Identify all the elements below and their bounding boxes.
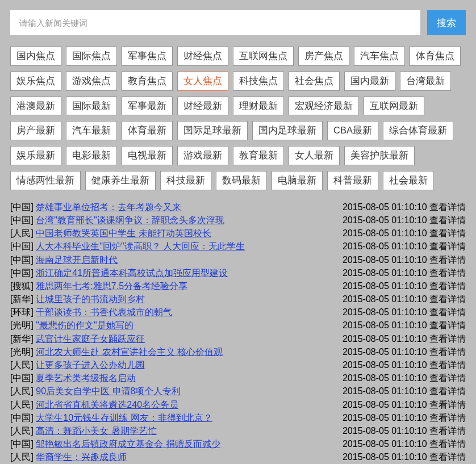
category-tag[interactable]: 国际焦点 [66, 47, 117, 66]
news-title-link[interactable]: 雅思两年七考:雅思7.5分备考经验分享 [36, 281, 187, 291]
category-tag[interactable]: 美容护肤最新 [344, 146, 415, 165]
category-tag[interactable]: 台湾最新 [400, 72, 451, 91]
category-tag[interactable]: 科普最新 [327, 171, 378, 190]
news-detail-link[interactable]: 查看详情 [429, 294, 466, 304]
news-title-link[interactable]: 海南足球开启新时代 [36, 255, 118, 265]
news-title-link[interactable]: 让更多孩子进入公办幼儿园 [36, 360, 145, 370]
category-tag[interactable]: 国际最新 [66, 97, 117, 116]
category-tag[interactable]: 电视最新 [122, 146, 173, 165]
category-tag[interactable]: 体育最新 [122, 121, 173, 140]
news-title-link[interactable]: 大学生10元钱生存训练 网友：非得到北京？ [36, 413, 212, 423]
news-detail-link[interactable]: 查看详情 [429, 413, 466, 423]
category-tag[interactable]: 教育焦点 [122, 72, 173, 91]
news-detail-link[interactable]: 查看详情 [429, 281, 466, 291]
news-title-link[interactable]: 邹艳敏出名后镇政府成立基金会 捐赠反而减少 [36, 439, 220, 449]
news-title-link[interactable]: 河北农大师生赴 农村宣讲社会主义 核心价值观 [36, 347, 223, 357]
news-row: [人民] 河北省省直机关将遴选240名公务员2015-08-05 01:10:1… [10, 398, 466, 411]
news-detail-link[interactable]: 查看详情 [429, 255, 466, 265]
category-tag[interactable]: 科技焦点 [233, 72, 284, 91]
news-title-link[interactable]: 高清：舞蹈小美女 暑期学艺忙 [36, 426, 156, 436]
category-tag[interactable]: 女人焦点 [177, 72, 228, 91]
news-row: [中国] 海南足球开启新时代2015-08-05 01:10:10 查看详情 [10, 253, 466, 266]
category-tag[interactable]: 互联网焦点 [233, 47, 294, 66]
category-tag[interactable]: 国内足球最新 [252, 121, 323, 140]
category-tag[interactable]: 体育焦点 [410, 47, 461, 66]
news-detail-link[interactable]: 查看详情 [429, 373, 466, 383]
news-detail-link[interactable]: 查看详情 [429, 268, 466, 278]
category-tag[interactable]: 娱乐最新 [10, 146, 61, 165]
category-tag[interactable]: 港澳最新 [10, 97, 61, 116]
category-tag[interactable]: 国内焦点 [10, 47, 61, 66]
news-detail-link[interactable]: 查看详情 [429, 360, 466, 370]
news-detail-link[interactable]: 查看详情 [429, 320, 466, 330]
category-tag[interactable]: 情感两性最新 [10, 171, 81, 190]
category-tag[interactable]: 综合体育最新 [383, 121, 453, 140]
news-row: [中国] 楚雄事业单位招考：去年考题今又来2015-08-05 01:10:10… [10, 200, 466, 214]
news-detail-link[interactable]: 查看详情 [429, 307, 466, 317]
news-title-link[interactable]: "最悲伤的作文"是她写的 [36, 320, 133, 330]
news-timestamp: 2015-08-05 01:10:10 [343, 347, 427, 357]
category-tag[interactable]: CBA最新 [327, 121, 378, 140]
category-tag[interactable]: 科技最新 [160, 171, 211, 190]
category-tag[interactable]: 财经焦点 [177, 47, 228, 66]
news-detail-link[interactable]: 查看详情 [429, 347, 466, 357]
news-right: 2015-08-05 01:10:10 查看详情 [338, 292, 466, 306]
news-detail-link[interactable]: 查看详情 [429, 202, 466, 212]
category-tag[interactable]: 军事焦点 [122, 47, 173, 66]
category-tag[interactable]: 房产最新 [10, 121, 61, 140]
category-tag[interactable]: 女人最新 [289, 146, 340, 165]
news-title-link[interactable]: 夏季艺术类考级报名启动 [36, 373, 136, 383]
category-tag[interactable]: 国内最新 [344, 72, 395, 91]
news-detail-link[interactable]: 查看详情 [429, 215, 466, 225]
news-detail-link[interactable]: 查看详情 [429, 228, 466, 238]
category-tag[interactable]: 汽车焦点 [354, 47, 405, 66]
news-title-link[interactable]: 人大本科毕业生"回炉"读高职？ 人大回应：无此学生 [36, 241, 245, 251]
news-detail-link[interactable]: 查看详情 [429, 334, 466, 344]
category-tag[interactable]: 社会最新 [383, 171, 434, 190]
category-tag[interactable]: 社会焦点 [289, 72, 340, 91]
category-tag[interactable]: 财经最新 [177, 97, 228, 116]
category-tag[interactable]: 教育最新 [233, 146, 284, 165]
news-title-link[interactable]: 楚雄事业单位招考：去年考题今又来 [36, 202, 181, 212]
category-tag[interactable]: 游戏最新 [177, 146, 228, 165]
category-tag[interactable]: 电脑最新 [272, 171, 323, 190]
news-row: [中国] 浙江确定41所普通本科高校试点加强应用型建设2015-08-05 01… [10, 266, 466, 279]
news-detail-link[interactable]: 查看详情 [429, 400, 466, 409]
category-tag[interactable]: 游戏焦点 [66, 72, 117, 91]
news-right: 2015-08-05 01:10:10 查看详情 [338, 450, 466, 463]
news-row: [中国] 台湾"教育部长"谈课纲争议：辞职念头多次浮现2015-08-05 01… [10, 214, 466, 227]
news-left: [新华] 让城里孩子的书流动到乡村 [10, 292, 338, 306]
news-left: [中国] 大学生10元钱生存训练 网友：非得到北京？ [10, 411, 338, 424]
category-tag[interactable]: 国际足球最新 [177, 121, 248, 140]
news-title-link[interactable]: 中国老师教哭英国中学生 未能打动英国校长 [36, 228, 211, 238]
category-tag[interactable]: 健康养生最新 [85, 171, 156, 190]
category-tag[interactable]: 汽车最新 [66, 121, 117, 140]
news-title-link[interactable]: 华裔学生：兴趣成良师 [36, 452, 127, 462]
news-row: [新华] 让城里孩子的书流动到乡村2015-08-05 01:10:10 查看详… [10, 292, 466, 306]
category-tag[interactable]: 数码最新 [216, 171, 267, 190]
category-tag[interactable]: 互联网最新 [364, 97, 424, 116]
search-button[interactable]: 搜索 [427, 10, 466, 35]
category-tag[interactable]: 娱乐焦点 [10, 72, 61, 91]
news-row: [中国] 大学生10元钱生存训练 网友：非得到北京？ 2015-08-05 01… [10, 411, 466, 424]
news-detail-link[interactable]: 查看详情 [429, 452, 466, 462]
news-title-link[interactable]: 90后美女自学中医 申请8项个人专利 [36, 386, 181, 396]
category-tag[interactable]: 宏观经济最新 [289, 97, 359, 116]
news-detail-link[interactable]: 查看详情 [429, 241, 466, 251]
news-title-link[interactable]: 干部谈读书：书香代表城市的朝气 [36, 307, 172, 317]
news-title-link[interactable]: 武官计生家庭子女踊跃应征 [36, 334, 145, 344]
category-tag[interactable]: 电影最新 [66, 146, 117, 165]
news-detail-link[interactable]: 查看详情 [429, 386, 466, 396]
news-title-link[interactable]: 让城里孩子的书流动到乡村 [36, 294, 145, 304]
news-title-link[interactable]: 浙江确定41所普通本科高校试点加强应用型建设 [36, 268, 228, 278]
category-tag[interactable]: 军事最新 [122, 97, 173, 116]
news-title-link[interactable]: 台湾"教育部长"谈课纲争议：辞职念头多次浮现 [36, 215, 224, 225]
search-input[interactable] [10, 10, 420, 35]
news-source: [人民] [10, 386, 36, 396]
category-tag[interactable]: 房产焦点 [298, 47, 349, 66]
category-tag[interactable]: 理财最新 [233, 97, 284, 116]
news-title-link[interactable]: 河北省省直机关将遴选240名公务员 [36, 400, 178, 409]
news-right: 2015-08-05 01:10:10 查看详情 [338, 253, 466, 266]
news-detail-link[interactable]: 查看详情 [429, 439, 466, 449]
news-detail-link[interactable]: 查看详情 [429, 426, 466, 436]
